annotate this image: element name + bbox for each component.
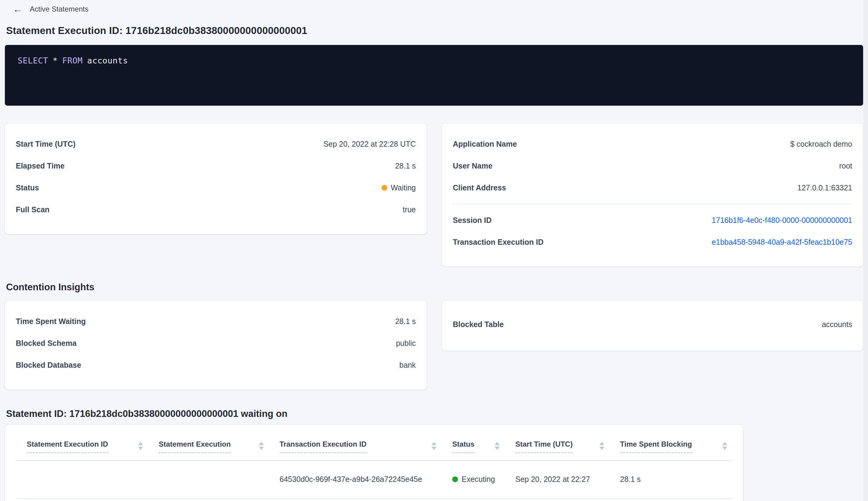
detail-label: Blocked Database [16, 361, 81, 370]
column-label[interactable]: Statement Execution ID [27, 440, 108, 453]
breadcrumb: ← Active Statements [5, 2, 863, 14]
blocked-table-card: Blocked Table accounts [442, 301, 863, 351]
sort-arrows-icon[interactable] [432, 442, 436, 450]
detail-value: true [403, 205, 416, 214]
detail-label: Elapsed Time [16, 161, 65, 170]
detail-value: Sep 20, 2022 at 22:28 UTC [324, 140, 416, 149]
sort-arrows-icon[interactable] [138, 442, 143, 450]
cell-statement-execution-id [16, 461, 148, 499]
detail-row-elapsed-time: Elapsed Time 28.1 s [16, 161, 416, 170]
execution-summary-card: Start Time (UTC) Sep 20, 2022 at 22:28 U… [5, 123, 427, 234]
detail-value: 127.0.0.1:63321 [797, 183, 852, 192]
detail-label: Start Time (UTC) [16, 140, 76, 149]
waiting-on-heading: Statement ID: 1716b218dc0b38380000000000… [6, 408, 863, 419]
detail-value: public [396, 339, 416, 348]
cell-transaction-execution-id: 64530d0c-969f-437e-a9b4-26a72245e45e [269, 461, 441, 499]
detail-label: Full Scan [16, 205, 50, 214]
column-label[interactable]: Time Spent Blocking [620, 440, 692, 453]
detail-value: root [839, 161, 852, 170]
cell-time-spent-blocking: 28.1 s [609, 461, 732, 499]
column-header-time-spent-blocking[interactable]: Time Spent Blocking [609, 425, 732, 461]
sort-arrows-icon[interactable] [599, 442, 604, 450]
column-label[interactable]: Statement Execution [159, 440, 231, 453]
page-scrollbar-track[interactable] [864, 0, 868, 501]
column-header-start-time[interactable]: Start Time (UTC) [504, 425, 609, 461]
session-id-link[interactable]: 1716b1f6-4e0c-f480-0000-000000000001 [712, 216, 852, 225]
detail-label: Time Spent Waiting [16, 317, 86, 326]
sql-table-name: accounts [87, 56, 128, 65]
contention-details-card: Time Spent Waiting 28.1 s Blocked Schema… [5, 301, 427, 390]
detail-row-start-time: Start Time (UTC) Sep 20, 2022 at 22:28 U… [16, 140, 416, 149]
detail-row-time-spent-waiting: Time Spent Waiting 28.1 s [16, 317, 416, 326]
transaction-execution-id-link[interactable]: e1bba458-5948-40a9-a42f-5feac1b10e75 [712, 238, 852, 247]
waiting-statements-table: Statement Execution ID Statement Executi… [16, 425, 732, 499]
sort-arrows-icon[interactable] [495, 442, 500, 450]
sort-arrows-icon[interactable] [722, 442, 727, 450]
back-arrow-icon[interactable]: ← [13, 4, 22, 14]
detail-row-full-scan: Full Scan true [16, 205, 416, 214]
detail-label: Client Address [453, 183, 506, 192]
sql-star: * [53, 56, 58, 65]
contention-insights-heading: Contention Insights [6, 282, 863, 293]
sql-statement-text: SELECT*FROMaccounts [18, 56, 850, 65]
column-header-status[interactable]: Status [441, 425, 504, 461]
detail-row-blocked-database: Blocked Database bank [16, 361, 416, 370]
detail-label: Blocked Table [453, 320, 504, 329]
detail-label: Transaction Execution ID [453, 238, 544, 247]
status-waiting-dot-icon [381, 185, 387, 191]
detail-row-blocked-table: Blocked Table accounts [453, 320, 852, 329]
column-header-transaction-execution-id[interactable]: Transaction Execution ID [269, 425, 441, 461]
overview-section: Start Time (UTC) Sep 20, 2022 at 22:28 U… [5, 123, 863, 267]
status-text: Waiting [391, 183, 416, 192]
detail-label: Session ID [453, 216, 492, 225]
detail-row-application-name: Application Name $ cockroach demo [453, 140, 852, 149]
detail-label: Status [16, 183, 39, 192]
column-header-statement-execution[interactable]: Statement Execution [148, 425, 269, 461]
page-content: ← Active Statements Statement Execution … [0, 0, 868, 501]
detail-row-client-address: Client Address 127.0.0.1:63321 [453, 183, 852, 192]
detail-row-session-id: Session ID 1716b1f6-4e0c-f480-0000-00000… [453, 216, 852, 225]
back-link-active-statements[interactable]: Active Statements [30, 5, 88, 13]
cell-status: Executing [441, 461, 504, 499]
detail-label: Application Name [453, 140, 517, 149]
detail-row-transaction-execution-id: Transaction Execution ID e1bba458-5948-4… [453, 238, 852, 247]
detail-row-blocked-schema: Blocked Schema public [16, 339, 416, 348]
page-title: Statement Execution ID: 1716b218dc0b3838… [6, 25, 863, 36]
column-header-statement-execution-id[interactable]: Statement Execution ID [16, 425, 148, 461]
sql-keyword-select: SELECT [18, 56, 48, 65]
status-badge: Waiting [381, 183, 416, 192]
sql-statement-box: SELECT*FROMaccounts [5, 45, 863, 106]
cell-start-time: Sep 20, 2022 at 22:27 [504, 461, 609, 499]
contention-section: Time Spent Waiting 28.1 s Blocked Schema… [5, 301, 863, 390]
detail-value: 28.1 s [395, 317, 416, 326]
card-divider [453, 204, 852, 204]
status-executing-dot-icon [452, 477, 458, 482]
table-header-row: Statement Execution ID Statement Executi… [16, 425, 732, 461]
detail-value: accounts [822, 320, 852, 329]
detail-label: User Name [453, 161, 492, 170]
status-text: Executing [462, 475, 495, 484]
detail-value: $ cockroach demo [790, 140, 852, 149]
detail-value: bank [399, 361, 416, 370]
detail-row-status: Status Waiting [16, 183, 416, 192]
waiting-statements-table-card: Statement Execution ID Statement Executi… [5, 425, 743, 501]
waiting-statement-row: 64530d0c-969f-437e-a9b4-26a72245e45e Exe… [16, 461, 732, 499]
sort-arrows-icon[interactable] [259, 442, 264, 450]
column-label[interactable]: Start Time (UTC) [516, 440, 573, 453]
column-label[interactable]: Transaction Execution ID [280, 440, 367, 453]
cell-statement-execution [148, 461, 269, 499]
detail-label: Blocked Schema [16, 339, 76, 348]
column-label[interactable]: Status [452, 440, 474, 453]
statement-execution-details-page: ← Active Statements Statement Execution … [0, 0, 868, 501]
detail-row-user-name: User Name root [453, 161, 852, 170]
session-summary-card: Application Name $ cockroach demo User N… [442, 123, 863, 267]
detail-value: 28.1 s [395, 161, 416, 170]
sql-keyword-from: FROM [62, 56, 83, 65]
